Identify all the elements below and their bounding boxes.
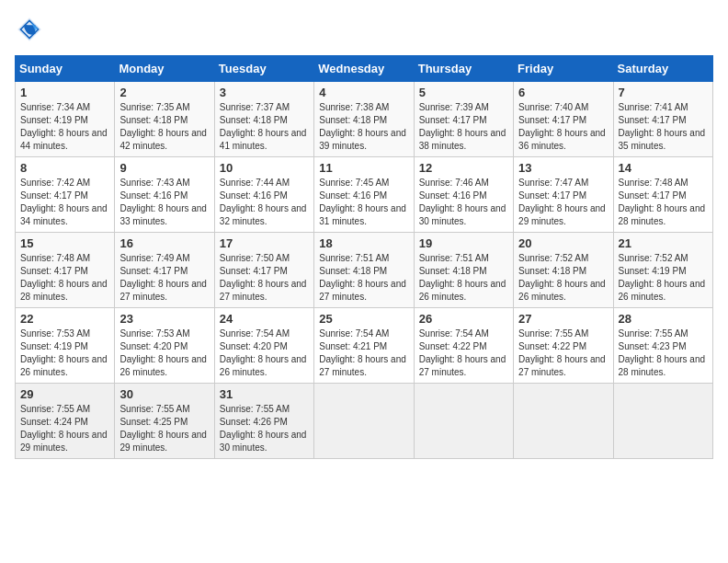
header-tuesday: Tuesday	[214, 56, 313, 82]
calendar-cell: 30Sunrise: 7:55 AMSunset: 4:25 PMDayligh…	[115, 384, 214, 459]
day-detail: Sunrise: 7:51 AMSunset: 4:18 PMDaylight:…	[319, 252, 408, 304]
day-detail: Sunrise: 7:38 AMSunset: 4:18 PMDaylight:…	[319, 101, 408, 153]
day-detail: Sunrise: 7:49 AMSunset: 4:17 PMDaylight:…	[119, 252, 209, 304]
day-detail: Sunrise: 7:48 AMSunset: 4:17 PMDaylight:…	[619, 177, 708, 228]
calendar-cell: 16Sunrise: 7:49 AMSunset: 4:17 PMDayligh…	[115, 233, 214, 308]
day-detail: Sunrise: 7:52 AMSunset: 4:18 PMDaylight:…	[518, 252, 608, 304]
day-detail: Sunrise: 7:42 AMSunset: 4:17 PMDaylight:…	[20, 177, 109, 228]
calendar-cell: 27Sunrise: 7:55 AMSunset: 4:22 PMDayligh…	[514, 308, 613, 384]
day-detail: Sunrise: 7:54 AMSunset: 4:22 PMDaylight:…	[419, 327, 508, 379]
calendar-cell: 9Sunrise: 7:43 AMSunset: 4:16 PMDaylight…	[115, 157, 214, 233]
day-number: 5	[419, 86, 508, 99]
day-detail: Sunrise: 7:37 AMSunset: 4:18 PMDaylight:…	[220, 101, 309, 153]
day-number: 12	[419, 161, 508, 175]
calendar-cell: 21Sunrise: 7:52 AMSunset: 4:19 PMDayligh…	[613, 233, 712, 308]
day-detail: Sunrise: 7:40 AMSunset: 4:17 PMDaylight:…	[518, 101, 608, 153]
day-number: 16	[119, 236, 209, 250]
calendar-cell: 24Sunrise: 7:54 AMSunset: 4:20 PMDayligh…	[214, 308, 313, 384]
calendar-cell: 11Sunrise: 7:45 AMSunset: 4:16 PMDayligh…	[314, 157, 414, 233]
header-sunday: Sunday	[16, 56, 115, 82]
day-detail: Sunrise: 7:35 AMSunset: 4:18 PMDaylight:…	[119, 101, 209, 153]
day-number: 13	[518, 161, 608, 175]
day-detail: Sunrise: 7:55 AMSunset: 4:22 PMDaylight:…	[518, 327, 608, 379]
calendar-table: SundayMondayTuesdayWednesdayThursdayFrid…	[15, 55, 713, 459]
day-number: 23	[119, 312, 209, 326]
day-number: 10	[220, 161, 309, 175]
calendar-cell: 13Sunrise: 7:47 AMSunset: 4:17 PMDayligh…	[514, 157, 613, 233]
calendar-cell: 22Sunrise: 7:53 AMSunset: 4:19 PMDayligh…	[16, 308, 115, 384]
day-detail: Sunrise: 7:52 AMSunset: 4:19 PMDaylight:…	[619, 252, 708, 304]
day-detail: Sunrise: 7:54 AMSunset: 4:20 PMDaylight:…	[220, 327, 309, 379]
day-number: 22	[20, 312, 109, 326]
calendar-cell: 18Sunrise: 7:51 AMSunset: 4:18 PMDayligh…	[314, 233, 414, 308]
calendar-cell: 5Sunrise: 7:39 AMSunset: 4:17 PMDaylight…	[414, 82, 513, 157]
calendar-cell: 7Sunrise: 7:41 AMSunset: 4:17 PMDaylight…	[613, 82, 712, 157]
calendar-cell: 14Sunrise: 7:48 AMSunset: 4:17 PMDayligh…	[613, 157, 712, 233]
calendar-cell: 20Sunrise: 7:52 AMSunset: 4:18 PMDayligh…	[514, 233, 613, 308]
day-number: 30	[119, 387, 209, 401]
calendar-cell: 31Sunrise: 7:55 AMSunset: 4:26 PMDayligh…	[214, 384, 313, 459]
week-row-4: 22Sunrise: 7:53 AMSunset: 4:19 PMDayligh…	[16, 308, 713, 384]
day-number: 3	[220, 86, 309, 99]
day-number: 15	[20, 236, 109, 250]
day-number: 2	[119, 86, 209, 99]
calendar-cell	[414, 384, 513, 459]
day-detail: Sunrise: 7:39 AMSunset: 4:17 PMDaylight:…	[419, 101, 508, 153]
day-number: 25	[319, 312, 408, 326]
calendar-cell: 2Sunrise: 7:35 AMSunset: 4:18 PMDaylight…	[115, 82, 214, 157]
day-detail: Sunrise: 7:45 AMSunset: 4:16 PMDaylight:…	[319, 177, 408, 228]
day-detail: Sunrise: 7:53 AMSunset: 4:19 PMDaylight:…	[20, 327, 109, 379]
header-friday: Friday	[514, 56, 613, 82]
header-monday: Monday	[115, 56, 214, 82]
day-detail: Sunrise: 7:54 AMSunset: 4:21 PMDaylight:…	[319, 327, 408, 379]
day-detail: Sunrise: 7:43 AMSunset: 4:16 PMDaylight:…	[119, 177, 209, 228]
logo	[15, 15, 48, 44]
calendar-cell: 19Sunrise: 7:51 AMSunset: 4:18 PMDayligh…	[414, 233, 513, 308]
calendar-cell: 29Sunrise: 7:55 AMSunset: 4:24 PMDayligh…	[16, 384, 115, 459]
calendar-cell: 3Sunrise: 7:37 AMSunset: 4:18 PMDaylight…	[214, 82, 313, 157]
day-number: 8	[20, 161, 109, 175]
day-number: 19	[419, 236, 508, 250]
day-detail: Sunrise: 7:48 AMSunset: 4:17 PMDaylight:…	[20, 252, 109, 304]
day-number: 7	[619, 86, 708, 99]
day-number: 4	[319, 86, 408, 99]
header-wednesday: Wednesday	[314, 56, 414, 82]
day-number: 1	[20, 86, 109, 99]
day-detail: Sunrise: 7:41 AMSunset: 4:17 PMDaylight:…	[619, 101, 708, 153]
calendar-cell: 23Sunrise: 7:53 AMSunset: 4:20 PMDayligh…	[115, 308, 214, 384]
day-detail: Sunrise: 7:46 AMSunset: 4:16 PMDaylight:…	[419, 177, 508, 228]
week-row-5: 29Sunrise: 7:55 AMSunset: 4:24 PMDayligh…	[16, 384, 713, 459]
calendar-cell: 10Sunrise: 7:44 AMSunset: 4:16 PMDayligh…	[214, 157, 313, 233]
day-number: 18	[319, 236, 408, 250]
calendar-cell: 25Sunrise: 7:54 AMSunset: 4:21 PMDayligh…	[314, 308, 414, 384]
header-saturday: Saturday	[613, 56, 712, 82]
day-number: 27	[518, 312, 608, 326]
calendar-cell	[514, 384, 613, 459]
day-number: 6	[518, 86, 608, 99]
day-detail: Sunrise: 7:55 AMSunset: 4:25 PMDaylight:…	[119, 403, 209, 454]
day-detail: Sunrise: 7:55 AMSunset: 4:23 PMDaylight:…	[619, 327, 708, 379]
day-detail: Sunrise: 7:55 AMSunset: 4:24 PMDaylight:…	[20, 403, 109, 454]
day-detail: Sunrise: 7:51 AMSunset: 4:18 PMDaylight:…	[419, 252, 508, 304]
day-number: 21	[619, 236, 708, 250]
calendar-cell: 1Sunrise: 7:34 AMSunset: 4:19 PMDaylight…	[16, 82, 115, 157]
calendar-cell: 8Sunrise: 7:42 AMSunset: 4:17 PMDaylight…	[16, 157, 115, 233]
calendar-cell: 12Sunrise: 7:46 AMSunset: 4:16 PMDayligh…	[414, 157, 513, 233]
calendar-cell: 4Sunrise: 7:38 AMSunset: 4:18 PMDaylight…	[314, 82, 414, 157]
week-row-3: 15Sunrise: 7:48 AMSunset: 4:17 PMDayligh…	[16, 233, 713, 308]
calendar-cell: 17Sunrise: 7:50 AMSunset: 4:17 PMDayligh…	[214, 233, 313, 308]
calendar-cell: 26Sunrise: 7:54 AMSunset: 4:22 PMDayligh…	[414, 308, 513, 384]
day-number: 31	[220, 387, 309, 401]
day-detail: Sunrise: 7:55 AMSunset: 4:26 PMDaylight:…	[220, 403, 309, 454]
day-detail: Sunrise: 7:53 AMSunset: 4:20 PMDaylight:…	[119, 327, 209, 379]
calendar-cell: 28Sunrise: 7:55 AMSunset: 4:23 PMDayligh…	[613, 308, 712, 384]
day-number: 28	[619, 312, 708, 326]
day-number: 14	[619, 161, 708, 175]
day-detail: Sunrise: 7:44 AMSunset: 4:16 PMDaylight:…	[220, 177, 309, 228]
logo-icon	[15, 15, 44, 44]
page-header	[15, 15, 713, 44]
header-thursday: Thursday	[414, 56, 513, 82]
day-detail: Sunrise: 7:34 AMSunset: 4:19 PMDaylight:…	[20, 101, 109, 153]
calendar-cell: 15Sunrise: 7:48 AMSunset: 4:17 PMDayligh…	[16, 233, 115, 308]
calendar-cell	[613, 384, 712, 459]
